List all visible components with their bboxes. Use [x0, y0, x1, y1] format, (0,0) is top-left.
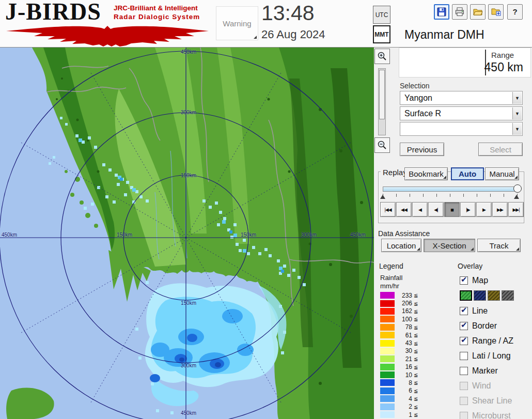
overlay-label-lati-long: Lati / Long — [472, 351, 511, 361]
legend-value: 16 — [399, 363, 412, 370]
legend-row: 21≦ — [380, 355, 442, 363]
legend-suffix: ≦ — [414, 340, 418, 346]
legend-row: 78≦ — [380, 323, 442, 331]
playback-button-6[interactable]: ▶ — [476, 202, 492, 217]
playback-button-2[interactable]: ◀ — [412, 202, 428, 217]
legend-suffix: ≦ — [414, 412, 418, 417]
zoom-controls — [374, 49, 390, 154]
playback-button-3[interactable]: ◀| — [428, 202, 444, 217]
option-dropdown[interactable]: ▼ — [400, 122, 523, 136]
legend-color-swatch — [380, 404, 395, 410]
overlay-item-line[interactable]: ✔Line — [460, 303, 532, 318]
radar-map[interactable]: 450km300km150km150km300km450km450km150km… — [0, 48, 374, 419]
checkbox-lati-long[interactable] — [460, 352, 468, 360]
clock-time: 13:48 — [261, 1, 315, 25]
overlay-item-microburst[interactable]: Microburst — [460, 408, 532, 419]
checkmark-icon: ✔ — [461, 320, 467, 330]
playback-controls: |◀◀◀◀◀◀|■|▶▶▶▶▶▶| — [380, 202, 524, 218]
legend-value: 4 — [399, 395, 412, 402]
overlay-item-range-az[interactable]: ✔Range / AZ — [460, 333, 532, 348]
open-file-button[interactable] — [470, 4, 486, 20]
legend-row: 10≦ — [380, 371, 442, 379]
legend-row: 162≦ — [380, 307, 442, 315]
legend-value: 162 — [399, 307, 412, 315]
checkbox-shear-line — [460, 397, 468, 405]
overlay-item-border[interactable]: ✔Border — [460, 318, 532, 333]
checkmark-icon: ✔ — [461, 335, 467, 345]
site-dropdown[interactable]: Yangon ▼ — [400, 91, 523, 105]
import-data-button[interactable] — [488, 4, 504, 20]
bookmark-button[interactable]: Bookmark — [404, 167, 448, 180]
zoom-out-button[interactable] — [374, 137, 390, 153]
overlay-item-marker[interactable]: Marker — [460, 363, 532, 378]
legend-suffix: ≦ — [414, 301, 418, 306]
checkbox-line[interactable]: ✔ — [460, 307, 468, 315]
eagle-logo-icon — [4, 24, 211, 46]
auto-mode-button[interactable]: Auto — [451, 167, 484, 180]
range-ring-label: 300km — [181, 363, 196, 368]
legend-row: 30≦ — [380, 347, 442, 355]
legend-color-swatch — [380, 387, 395, 394]
zoom-slider-track[interactable] — [378, 68, 386, 135]
location-button[interactable]: Location — [381, 239, 421, 252]
x-section-button[interactable]: X-Section — [424, 239, 475, 252]
overlay-item-lati-long[interactable]: Lati / Long — [460, 348, 532, 363]
overlay-item-shear-line[interactable]: Shear Line — [460, 393, 532, 408]
checkbox-range-az[interactable]: ✔ — [460, 337, 468, 345]
playback-button-4[interactable]: ■ — [444, 202, 460, 217]
zoom-slider-thumb[interactable] — [379, 70, 385, 119]
green-hatch-swatch[interactable] — [460, 290, 472, 301]
zoom-in-button[interactable] — [374, 49, 390, 64]
overlay-item-wind[interactable]: Wind — [460, 378, 532, 393]
legend-suffix: ≦ — [414, 332, 418, 338]
legend-color-swatch — [380, 371, 395, 378]
svg-text:?: ? — [512, 7, 517, 16]
legend-color-swatch — [380, 316, 395, 322]
legend-suffix: ≦ — [414, 404, 418, 410]
overlay-item-map[interactable]: ✔Map — [460, 273, 532, 288]
warning-button[interactable]: Warning — [216, 6, 258, 40]
range-display: Range 450 km — [399, 48, 531, 77]
legend-suffix: ≦ — [414, 356, 418, 362]
legend-color-swatch — [380, 364, 395, 370]
range-ring-label: 150km — [117, 232, 132, 238]
save-button[interactable] — [434, 4, 449, 20]
playback-button-8[interactable]: ▶▶| — [508, 202, 524, 217]
replay-slider-track[interactable] — [383, 187, 518, 192]
overlay-label-border: Border — [472, 321, 497, 331]
chevron-down-icon[interactable]: ▼ — [512, 123, 522, 135]
olive-hatch-swatch[interactable] — [488, 290, 500, 301]
checkbox-map[interactable]: ✔ — [460, 276, 468, 285]
select-button[interactable]: Select — [478, 143, 523, 156]
help-button[interactable]: ? — [507, 4, 523, 20]
legend-color-swatch — [380, 348, 395, 354]
legend-scale: 233≦206≦162≦100≦78≦61≦43≦30≦21≦16≦10≦8≦6… — [380, 291, 442, 418]
chevron-down-icon[interactable]: ▼ — [512, 92, 522, 104]
utc-toggle-button[interactable]: UTC — [373, 6, 390, 24]
manual-mode-button[interactable]: Manual — [485, 167, 519, 180]
playback-button-5[interactable]: |▶ — [460, 202, 476, 217]
product-dropdown[interactable]: Surface R ▼ — [400, 106, 523, 120]
checkbox-marker[interactable] — [460, 367, 468, 375]
chevron-down-icon[interactable]: ▼ — [512, 107, 522, 119]
site-dropdown-value: Yangon — [404, 94, 432, 103]
zoom-out-icon — [377, 140, 387, 150]
legend-value: 10 — [399, 371, 412, 379]
print-button[interactable] — [452, 4, 467, 20]
checkbox-border[interactable]: ✔ — [460, 322, 468, 330]
replay-slider-thumb[interactable] — [513, 184, 522, 193]
playback-button-7[interactable]: ▶▶ — [492, 202, 508, 217]
previous-button[interactable]: Previous — [400, 143, 444, 156]
playback-button-0[interactable]: |◀◀ — [380, 202, 396, 217]
mmt-toggle-button[interactable]: MMT — [373, 25, 390, 43]
track-button[interactable]: Track — [477, 239, 521, 252]
navy-hatch-swatch[interactable] — [474, 290, 486, 301]
playback-button-1[interactable]: ◀◀ — [396, 202, 412, 217]
map-style-swatches — [460, 288, 532, 303]
legend-color-swatch — [380, 340, 395, 347]
legend-suffix: ≦ — [414, 348, 418, 354]
product-dropdown-value: Surface R — [404, 109, 441, 118]
legend-value: 61 — [399, 332, 412, 339]
gray-hatch-swatch[interactable] — [502, 290, 514, 301]
logo-subtitle-2: Radar Dialogic System — [114, 13, 200, 21]
